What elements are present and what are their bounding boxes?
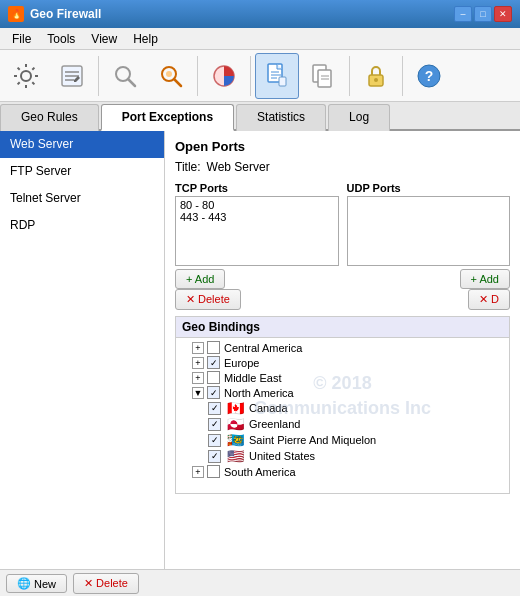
udp-add-button[interactable]: + Add	[460, 269, 510, 289]
toolbar-doc2-button[interactable]	[301, 53, 345, 99]
canada-flag-icon: 🇨🇦	[225, 401, 245, 415]
sidebar-item-web-server[interactable]: Web Server	[0, 131, 164, 158]
canada-checkbox[interactable]: ✓	[208, 402, 221, 415]
edit-icon	[58, 62, 86, 90]
toolbar-separator-4	[349, 56, 350, 96]
geo-item-greenland[interactable]: ✓ 🇬🇱 Greenland	[176, 416, 509, 432]
middle-east-checkbox[interactable]	[207, 371, 220, 384]
toolbar-separator-5	[402, 56, 403, 96]
chart-icon	[210, 62, 238, 90]
central-america-expand-icon[interactable]: +	[192, 342, 204, 354]
tcp-port-item: 443 - 443	[180, 211, 334, 223]
tcp-column: TCP Ports 80 - 80 443 - 443 + Add	[175, 182, 339, 289]
geo-bindings-section: Geo Bindings © 2018Communications Inc + …	[175, 316, 510, 494]
south-america-checkbox[interactable]	[207, 465, 220, 478]
toolbar-chart-button[interactable]	[202, 53, 246, 99]
title-bar-text: Geo Firewall	[30, 7, 454, 21]
toolbar-separator-1	[98, 56, 99, 96]
europe-expand-icon[interactable]: +	[192, 357, 204, 369]
north-america-expand-icon[interactable]: ▼	[192, 387, 204, 399]
geo-item-north-america[interactable]: ▼ ✓ North America	[176, 385, 509, 400]
lock-icon	[362, 62, 390, 90]
toolbar-gear-button[interactable]	[4, 53, 48, 99]
us-label: United States	[249, 450, 315, 462]
minimize-button[interactable]: –	[454, 6, 472, 22]
geo-item-saint-pierre[interactable]: ✓ 🇵🇲 Saint Pierre And Miquelon	[176, 432, 509, 448]
title-bar: 🔥 Geo Firewall – □ ✕	[0, 0, 520, 28]
search2-icon	[157, 62, 185, 90]
title-bar-controls: – □ ✕	[454, 6, 512, 22]
sidebar: Web Server FTP Server Telnet Server RDP	[0, 131, 165, 569]
toolbar-doc-button[interactable]	[255, 53, 299, 99]
geo-item-united-states[interactable]: ✓ 🇺🇸 United States	[176, 448, 509, 464]
main-content: Web Server FTP Server Telnet Server RDP …	[0, 131, 520, 569]
toolbar: ?	[0, 50, 520, 102]
udp-delete-button[interactable]: ✕ D	[468, 289, 510, 310]
us-checkbox[interactable]: ✓	[208, 450, 221, 463]
greenland-flag-icon: 🇬🇱	[225, 417, 245, 431]
svg-point-21	[374, 78, 378, 82]
help-icon: ?	[415, 62, 443, 90]
bottom-delete-button[interactable]: ✕ Delete	[73, 573, 139, 594]
app-icon: 🔥	[8, 6, 24, 22]
new-label: New	[34, 578, 56, 590]
gear-icon	[12, 62, 40, 90]
geo-item-south-america[interactable]: + South America	[176, 464, 509, 479]
udp-column: UDP Ports + Add	[347, 182, 511, 289]
tcp-port-item: 80 - 80	[180, 199, 334, 211]
europe-checkbox[interactable]: ✓	[207, 356, 220, 369]
menu-help[interactable]: Help	[125, 30, 166, 48]
menu-bar: File Tools View Help	[0, 28, 520, 50]
toolbar-search2-button[interactable]	[149, 53, 193, 99]
tab-bar: Geo Rules Port Exceptions Statistics Log	[0, 102, 520, 131]
maximize-button[interactable]: □	[474, 6, 492, 22]
tab-log[interactable]: Log	[328, 104, 390, 131]
menu-view[interactable]: View	[83, 30, 125, 48]
sidebar-item-telnet-server[interactable]: Telnet Server	[0, 185, 164, 212]
ports-row: TCP Ports 80 - 80 443 - 443 + Add UDP Po…	[175, 182, 510, 289]
udp-port-list[interactable]	[347, 196, 511, 266]
toolbar-separator-3	[250, 56, 251, 96]
greenland-checkbox[interactable]: ✓	[208, 418, 221, 431]
tab-geo-rules[interactable]: Geo Rules	[0, 104, 99, 131]
geo-item-central-america[interactable]: + Central America	[176, 340, 509, 355]
geo-tree[interactable]: © 2018Communications Inc + Central Ameri…	[176, 338, 509, 493]
saint-pierre-checkbox[interactable]: ✓	[208, 434, 221, 447]
menu-file[interactable]: File	[4, 30, 39, 48]
sidebar-item-rdp[interactable]: RDP	[0, 212, 164, 239]
greenland-label: Greenland	[249, 418, 300, 430]
tcp-label: TCP Ports	[175, 182, 339, 194]
toolbar-edit-button[interactable]	[50, 53, 94, 99]
tab-port-exceptions[interactable]: Port Exceptions	[101, 104, 234, 131]
sidebar-item-ftp-server[interactable]: FTP Server	[0, 158, 164, 185]
north-america-label: North America	[224, 387, 294, 399]
svg-line-6	[128, 79, 135, 86]
title-row: Title: Web Server	[175, 160, 510, 174]
tab-statistics[interactable]: Statistics	[236, 104, 326, 131]
toolbar-separator-2	[197, 56, 198, 96]
north-america-checkbox[interactable]: ✓	[207, 386, 220, 399]
toolbar-help-button[interactable]: ?	[407, 53, 451, 99]
geo-item-middle-east[interactable]: + Middle East	[176, 370, 509, 385]
close-button[interactable]: ✕	[494, 6, 512, 22]
doc-icon	[263, 62, 291, 90]
svg-point-9	[166, 71, 172, 77]
middle-east-expand-icon[interactable]: +	[192, 372, 204, 384]
central-america-checkbox[interactable]	[207, 341, 220, 354]
new-button[interactable]: 🌐 New	[6, 574, 67, 593]
toolbar-lock-button[interactable]	[354, 53, 398, 99]
europe-label: Europe	[224, 357, 259, 369]
svg-rect-15	[279, 77, 286, 86]
tcp-add-button[interactable]: + Add	[175, 269, 225, 289]
toolbar-search-button[interactable]	[103, 53, 147, 99]
udp-label: UDP Ports	[347, 182, 511, 194]
south-america-expand-icon[interactable]: +	[192, 466, 204, 478]
geo-item-europe[interactable]: + ✓ Europe	[176, 355, 509, 370]
tcp-port-list[interactable]: 80 - 80 443 - 443	[175, 196, 339, 266]
menu-tools[interactable]: Tools	[39, 30, 83, 48]
udp-btn-row: + Add	[347, 269, 511, 289]
delete-button[interactable]: ✕ Delete	[175, 289, 241, 310]
us-flag-icon: 🇺🇸	[225, 449, 245, 463]
geo-item-canada[interactable]: ✓ 🇨🇦 Canada	[176, 400, 509, 416]
saint-pierre-flag-icon: 🇵🇲	[225, 433, 245, 447]
